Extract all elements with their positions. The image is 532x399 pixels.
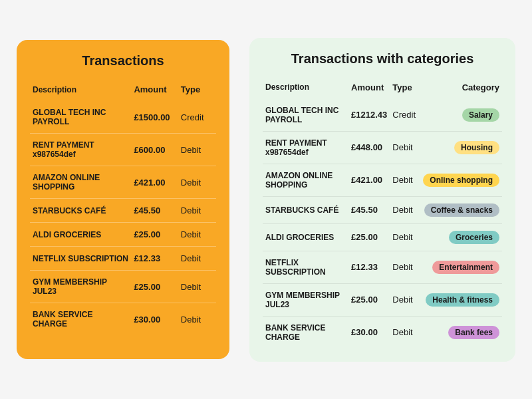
right-header-description: Description: [263, 78, 348, 99]
category-badge: Bank fees: [448, 326, 499, 339]
category-badge: Groceries: [449, 231, 499, 244]
right-category-5: Entertainment: [420, 251, 502, 283]
left-type-2: Debit: [178, 166, 216, 199]
right-amount-1: £448.00: [348, 131, 390, 164]
table-row: RENT PAYMENT x987654def £600.00 Debit: [30, 134, 216, 166]
left-amount-6: £25.00: [131, 271, 178, 303]
transactions-with-categories-panel: Transactions with categories Description…: [249, 38, 515, 362]
category-badge: Health & fitness: [426, 293, 499, 307]
left-desc-7: BANK SERVICE CHARGE: [30, 303, 131, 336]
category-badge: Entertainment: [432, 261, 499, 274]
right-category-7: Bank fees: [420, 316, 502, 348]
left-amount-0: £1500.00: [131, 101, 178, 134]
left-amount-2: £421.00: [131, 166, 178, 199]
right-category-6: Health & fitness: [420, 283, 502, 316]
left-type-0: Credit: [178, 101, 216, 134]
table-row: NETFLIX SUBSCRIPTION £12.33 Debit: [30, 247, 216, 271]
right-amount-6: £25.00: [348, 283, 390, 316]
right-amount-2: £421.00: [348, 164, 390, 196]
right-type-2: Debit: [390, 164, 420, 196]
left-amount-5: £12.33: [131, 247, 178, 271]
left-amount-1: £600.00: [131, 134, 178, 166]
table-row: STARBUCKS CAFÉ £45.50 Debit: [30, 199, 216, 223]
left-panel-title: Transactions: [30, 53, 216, 68]
left-type-4: Debit: [178, 223, 216, 247]
right-type-4: Debit: [390, 223, 420, 251]
table-row: GYM MEMBERSHIP JUL23 £25.00 Debit: [30, 271, 216, 303]
left-desc-4: ALDI GROCERIES: [30, 223, 131, 247]
right-desc-7: BANK SERVICE CHARGE: [263, 316, 348, 348]
right-type-1: Debit: [390, 131, 420, 164]
left-desc-2: AMAZON ONLINE SHOPPING: [30, 166, 131, 199]
right-header-amount: Amount: [348, 78, 390, 99]
table-row: GLOBAL TECH INC PAYROLL £1212.43 Credit …: [263, 99, 502, 132]
table-row: NETFLIX SUBSCRIPTION £12.33 Debit Entert…: [263, 251, 502, 283]
left-desc-5: NETFLIX SUBSCRIPTION: [30, 247, 131, 271]
right-desc-1: RENT PAYMENT x987654def: [263, 131, 348, 164]
right-desc-2: AMAZON ONLINE SHOPPING: [263, 164, 348, 196]
table-row: BANK SERVICE CHARGE £30.00 Debit Bank fe…: [263, 316, 502, 348]
left-amount-3: £45.50: [131, 199, 178, 223]
left-header-description: Description: [30, 80, 131, 101]
right-amount-5: £12.33: [348, 251, 390, 283]
right-amount-7: £30.00: [348, 316, 390, 348]
right-type-0: Credit: [390, 99, 420, 132]
table-row: AMAZON ONLINE SHOPPING £421.00 Debit: [30, 166, 216, 199]
right-panel-title: Transactions with categories: [263, 51, 502, 66]
transactions-panel: Transactions Description Amount Type GLO…: [17, 40, 229, 359]
left-header-type: Type: [178, 80, 216, 101]
table-row: ALDI GROCERIES £25.00 Debit: [30, 223, 216, 247]
right-type-7: Debit: [390, 316, 420, 348]
table-row: GYM MEMBERSHIP JUL23 £25.00 Debit Health…: [263, 283, 502, 316]
right-header-category: Category: [420, 78, 502, 99]
left-type-6: Debit: [178, 271, 216, 303]
right-amount-4: £25.00: [348, 223, 390, 251]
left-type-7: Debit: [178, 303, 216, 336]
left-amount-7: £30.00: [131, 303, 178, 336]
right-amount-3: £45.50: [348, 196, 390, 223]
category-badge: Coffee & snacks: [424, 203, 499, 217]
left-header-amount: Amount: [131, 80, 178, 101]
right-desc-0: GLOBAL TECH INC PAYROLL: [263, 99, 348, 132]
left-desc-0: GLOBAL TECH INC PAYROLL: [30, 101, 131, 134]
table-row: STARBUCKS CAFÉ £45.50 Debit Coffee & sna…: [263, 196, 502, 223]
right-type-6: Debit: [390, 283, 420, 316]
left-type-3: Debit: [178, 199, 216, 223]
right-type-5: Debit: [390, 251, 420, 283]
left-desc-3: STARBUCKS CAFÉ: [30, 199, 131, 223]
right-type-3: Debit: [390, 196, 420, 223]
right-category-1: Housing: [420, 131, 502, 164]
left-amount-4: £25.00: [131, 223, 178, 247]
right-category-2: Online shopping: [420, 164, 502, 196]
left-type-1: Debit: [178, 134, 216, 166]
right-category-3: Coffee & snacks: [420, 196, 502, 223]
left-desc-6: GYM MEMBERSHIP JUL23: [30, 271, 131, 303]
right-category-4: Groceries: [420, 223, 502, 251]
left-desc-1: RENT PAYMENT x987654def: [30, 134, 131, 166]
category-badge: Housing: [454, 141, 499, 154]
category-badge: Salary: [462, 108, 499, 122]
right-category-0: Salary: [420, 99, 502, 132]
table-row: BANK SERVICE CHARGE £30.00 Debit: [30, 303, 216, 336]
right-desc-3: STARBUCKS CAFÉ: [263, 196, 348, 223]
left-type-5: Debit: [178, 247, 216, 271]
table-row: ALDI GROCERIES £25.00 Debit Groceries: [263, 223, 502, 251]
table-row: AMAZON ONLINE SHOPPING £421.00 Debit Onl…: [263, 164, 502, 196]
right-desc-4: ALDI GROCERIES: [263, 223, 348, 251]
right-desc-5: NETFLIX SUBSCRIPTION: [263, 251, 348, 283]
right-desc-6: GYM MEMBERSHIP JUL23: [263, 283, 348, 316]
category-badge: Online shopping: [423, 174, 499, 187]
right-amount-0: £1212.43: [348, 99, 390, 132]
right-header-type: Type: [390, 78, 420, 99]
table-row: RENT PAYMENT x987654def £448.00 Debit Ho…: [263, 131, 502, 164]
table-row: GLOBAL TECH INC PAYROLL £1500.00 Credit: [30, 101, 216, 134]
